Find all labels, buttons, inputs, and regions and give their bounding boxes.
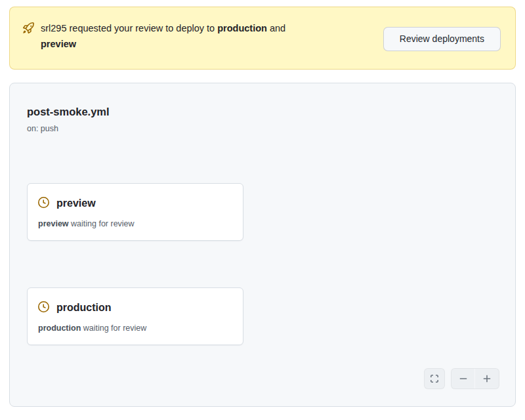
rocket-icon — [23, 22, 34, 36]
zoom-out-button[interactable] — [452, 369, 475, 388]
workflow-graph-panel: post-smoke.yml on: push preview preview … — [9, 83, 516, 407]
minus-icon — [458, 373, 469, 384]
zoom-in-button[interactable] — [475, 369, 499, 388]
plus-icon — [482, 373, 492, 384]
workflow-trigger: on: push — [27, 123, 498, 135]
job-name: production — [56, 300, 112, 316]
job-card-preview[interactable]: preview preview waiting for review — [27, 183, 243, 241]
job-status-env: preview — [38, 219, 69, 228]
clock-icon — [38, 197, 49, 211]
job-status: preview waiting for review — [38, 218, 232, 230]
env-name-production: production — [217, 23, 267, 33]
job-status-text: waiting for review — [69, 219, 135, 228]
graph-controls — [424, 368, 499, 389]
workflow-title: post-smoke.yml — [27, 103, 498, 120]
job-title-row: preview — [38, 196, 232, 211]
screen-fit-icon — [429, 373, 440, 384]
job-status-text: waiting for review — [81, 324, 146, 333]
fit-view-button[interactable] — [424, 368, 445, 389]
job-name: preview — [56, 196, 96, 211]
actor-login: srl295 — [41, 23, 67, 33]
review-deployments-button[interactable]: Review deployments — [383, 27, 501, 51]
job-status: production waiting for review — [38, 322, 232, 334]
clock-icon — [38, 301, 49, 315]
zoom-control — [451, 368, 499, 389]
banner-message-part1: requested your review to deploy to — [67, 23, 218, 33]
job-card-production[interactable]: production production waiting for review — [27, 287, 243, 345]
banner-message-part2: and — [267, 23, 285, 33]
banner-message: srl295 requested your review to deploy t… — [41, 20, 285, 52]
job-title-row: production — [38, 300, 232, 316]
job-status-env: production — [38, 324, 81, 333]
env-name-preview: preview — [41, 39, 76, 49]
deployment-review-banner: srl295 requested your review to deploy t… — [9, 7, 516, 70]
